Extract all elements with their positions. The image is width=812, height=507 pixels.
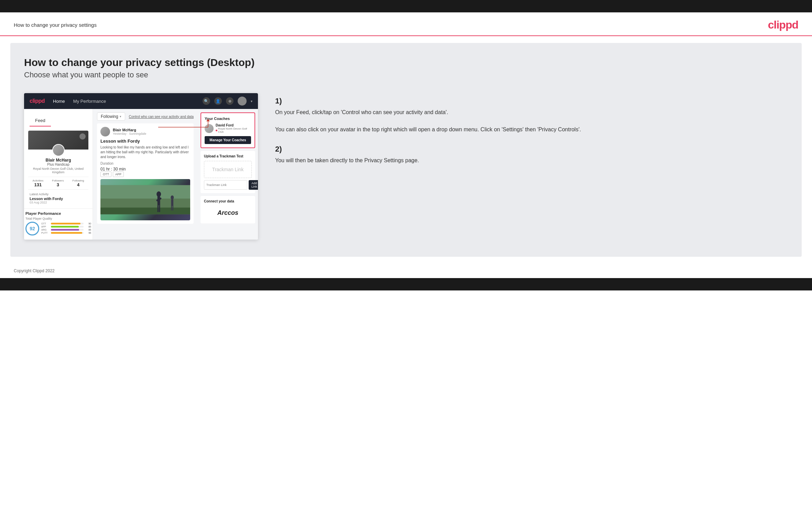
coach-item: David Ford Royal North Devon Golf Club [205,123,251,133]
tag-ott: OTT [100,172,111,177]
feed-tab[interactable]: Feed [30,115,51,126]
stat-followers-label: Followers [52,179,64,182]
add-link-button[interactable]: Add Link [249,180,258,190]
banner-decoration [79,133,86,140]
svg-rect-9 [171,199,174,206]
post-image [100,179,190,220]
user-avatar[interactable] [238,97,247,106]
post-image-svg [100,179,190,220]
latest-activity-date: 03 Aug 2022 [30,201,87,204]
quality-bar-putt: PUTT 96 [41,232,91,234]
avatar-chevron-icon[interactable]: ▾ [251,99,252,103]
quality-bar-ott: OTT 90 [41,222,91,225]
page-breadcrumb: How to change your privacy settings [14,22,97,28]
top-bar [0,0,812,12]
total-player-quality-label: Total Player Quality [25,217,91,220]
bar-track-ott [51,223,84,224]
coach-club-name: Royal North Devon Golf Club [218,127,251,133]
following-button[interactable]: Following ▾ [97,112,125,121]
following-chevron-icon: ▾ [120,115,121,118]
clippd-logo: clippd [768,19,798,31]
connect-data-card: Connect your data Arccos [201,196,255,223]
main-title: How to change your privacy settings (Des… [24,57,788,68]
trackman-placeholder: Trackman Link [212,167,243,172]
bar-track-arg [51,229,84,231]
player-performance-section: Player Performance Total Player Quality … [24,208,93,235]
app-main-feed: Following ▾ Control who can see your act… [93,109,198,240]
quality-bar-app: APP 85 [41,225,91,228]
post-title: Lesson with Fordy [100,139,190,144]
svg-rect-11 [172,206,173,210]
post-duration-value: 01 hr : 30 min [100,167,190,172]
app-body: Feed Blair McHarg Plus Handicap Royal No… [24,109,258,240]
site-header: How to change your privacy settings clip… [0,12,812,36]
bar-value-putt: 96 [85,232,91,234]
post-duration-label: Duration [100,162,190,165]
svg-rect-1 [100,208,190,214]
trackman-drop-area: Trackman Link [204,161,252,178]
bar-value-app: 85 [85,225,91,228]
instructions-column: 1) On your Feed, click/tap on 'Control w… [272,93,788,176]
profile-avatar [52,144,65,156]
post-card: Blair McHarg Yesterday · Sunningdale Les… [97,123,194,224]
post-user-meta: Yesterday · Sunningdale [113,132,146,135]
user-icon[interactable]: 👤 [214,97,222,105]
bar-fill-arg [51,229,79,231]
player-performance-title: Player Performance [25,211,91,216]
arccos-brand: Arccos [204,206,252,220]
nav-home[interactable]: Home [53,99,65,104]
copyright-text: Copyright Clippd 2022 [14,268,55,273]
bar-label-ott: OTT [41,222,50,225]
profile-avatar-wrap [28,144,88,156]
content-columns: clippd Home My Performance 🔍 👤 ⊕ ▾ Feed [24,93,788,240]
app-logo-label: clippd [30,98,45,104]
instruction-2: 2) You will then be taken directly to th… [275,145,788,165]
bottom-bar [0,278,812,290]
profile-club: Royal North Devon Golf Club, United King… [28,167,88,174]
coaches-card: Your Coaches David Ford Royal North Devo… [201,112,255,148]
latest-activity-section: Latest Activity Lesson with Fordy 03 Aug… [28,189,88,204]
stat-followers: Followers 3 [52,179,64,187]
svg-rect-7 [159,205,160,212]
svg-point-3 [156,191,161,197]
svg-rect-6 [158,205,159,212]
stat-activities-label: Activities [33,179,44,182]
stat-activities: Activities 131 [33,179,44,187]
latest-activity-title: Lesson with Fordy [30,197,87,201]
coach-info: David Ford Royal North Devon Golf Club [216,123,251,133]
perf-body: 92 OTT 90 APP 85 ARG [25,222,91,235]
coach-club-dot-icon [216,130,217,131]
app-sidebar: Feed Blair McHarg Plus Handicap Royal No… [24,109,93,240]
trackman-link-input[interactable] [204,180,247,190]
trackman-card: Upload a Trackman Test Trackman Link Add… [201,151,255,193]
bar-label-putt: PUTT [41,232,50,234]
manage-coaches-button[interactable]: Manage Your Coaches [205,136,251,144]
bar-value-ott: 90 [85,222,91,225]
trackman-input-row: Add Link [204,180,252,190]
stat-following-value: 4 [73,182,84,187]
stat-following: Following 4 [73,179,84,187]
search-icon[interactable]: 🔍 [203,97,210,105]
stat-following-label: Following [73,179,84,182]
tag-app: APP [113,172,124,177]
svg-rect-2 [100,185,190,199]
main-content: How to change your privacy settings (Des… [10,43,802,257]
following-bar: Following ▾ Control who can see your act… [97,112,194,121]
post-description: Looking to feel like my hands are exitin… [100,145,190,159]
latest-activity-label: Latest Activity [30,192,87,196]
control-privacy-link[interactable]: Control who can see your activity and da… [129,115,194,119]
bar-fill-putt [51,232,82,234]
main-subtitle: Choose what you want people to see [24,70,788,79]
connect-data-title: Connect your data [204,199,252,203]
post-user-info: Blair McHarg Yesterday · Sunningdale [113,128,146,135]
bar-label-arg: ARG [41,229,50,231]
instruction-2-text: You will then be taken directly to the P… [275,156,788,165]
nav-my-performance[interactable]: My Performance [73,99,106,104]
instruction-1: 1) On your Feed, click/tap on 'Control w… [275,97,788,134]
coach-name: David Ford [216,123,251,127]
svg-point-8 [171,196,174,200]
plus-icon[interactable]: ⊕ [226,97,234,105]
coach-club: Royal North Devon Golf Club [216,127,251,133]
bar-track-putt [51,232,84,234]
quality-bars: OTT 90 APP 85 ARG 86 PUTT [41,222,91,235]
